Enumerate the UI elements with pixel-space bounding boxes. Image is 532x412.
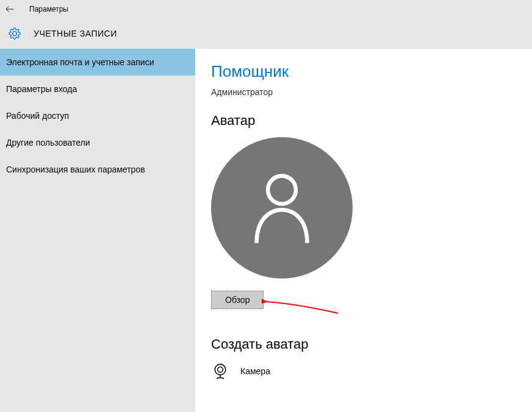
- sidebar-item-signin-options[interactable]: Параметры входа: [0, 76, 195, 102]
- header: УЧЕТНЫЕ ЗАПИСИ: [0, 18, 532, 49]
- avatar-section-title: Аватар: [211, 113, 516, 129]
- back-button[interactable]: [1, 1, 18, 18]
- avatar-placeholder: [211, 137, 353, 279]
- person-icon: [248, 171, 315, 244]
- browse-button[interactable]: Обзор: [211, 291, 264, 309]
- create-avatar-title: Создать аватар: [211, 336, 516, 352]
- gear-icon: [9, 27, 21, 40]
- username-heading: Помощник: [211, 62, 516, 81]
- main-panel: Помощник Администратор Аватар Обзор Созд…: [195, 49, 532, 412]
- camera-icon: [211, 362, 229, 380]
- sidebar-item-label: Рабочий доступ: [6, 111, 69, 121]
- arrow-left-icon: [5, 5, 14, 13]
- sidebar-item-email-accounts[interactable]: Электронная почта и учетные записи: [0, 49, 195, 76]
- camera-label: Камера: [240, 366, 270, 376]
- sidebar-item-sync-settings[interactable]: Синхронизация ваших параметров: [0, 156, 195, 183]
- sidebar-item-other-users[interactable]: Другие пользователи: [0, 129, 195, 156]
- sidebar-item-work-access[interactable]: Рабочий доступ: [0, 102, 195, 129]
- sidebar-item-label: Другие пользователи: [6, 138, 90, 147]
- sidebar: Электронная почта и учетные записи Парам…: [0, 49, 195, 412]
- user-role: Администратор: [211, 87, 516, 97]
- sidebar-item-label: Синхронизация ваших параметров: [6, 165, 145, 174]
- camera-option[interactable]: Камера: [211, 362, 516, 380]
- svg-point-1: [215, 364, 226, 375]
- sidebar-item-label: Электронная почта и учетные записи: [6, 57, 154, 67]
- sidebar-item-label: Параметры входа: [6, 84, 77, 94]
- titlebar: Параметры: [0, 0, 532, 18]
- window-title: Параметры: [29, 5, 68, 13]
- svg-point-0: [268, 176, 296, 204]
- page-title: УЧЕТНЫЕ ЗАПИСИ: [34, 29, 117, 38]
- svg-point-2: [218, 367, 223, 372]
